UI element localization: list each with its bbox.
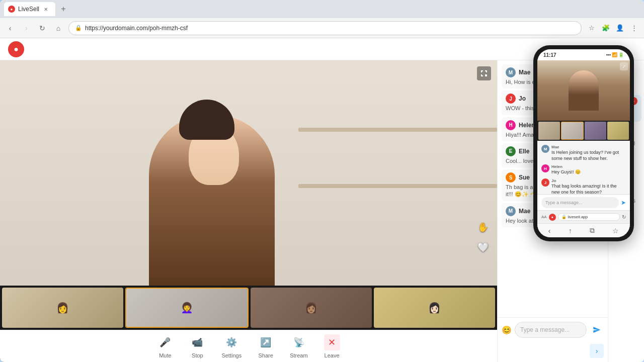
phone-avatar: H xyxy=(541,164,549,172)
phone-back-icon[interactable]: ‹ xyxy=(548,227,551,235)
phone-thumb-4[interactable] xyxy=(607,122,629,140)
main-video-area: ✋ 🤍 👩 👩‍🦱 xyxy=(0,60,497,362)
phone-avatar: M xyxy=(541,145,549,153)
message-author: Mae xyxy=(519,69,530,76)
phone-refresh-icon[interactable]: ↻ xyxy=(622,214,626,220)
avatar: E xyxy=(506,146,516,156)
stop-icon: 📹 xyxy=(189,334,205,350)
chat-input-area: 😊 Type a message... xyxy=(498,317,608,342)
controls-bar: 🎤 Mute 📹 Stop ⚙️ Settings ↗️ Share xyxy=(0,330,497,362)
bookmark-icon[interactable]: ☆ xyxy=(586,22,598,34)
thumbnails-bar: 👩 👩‍🦱 👩🏽 xyxy=(0,286,497,330)
new-tab-button[interactable]: + xyxy=(57,3,69,15)
thumbnail-2[interactable]: 👩‍🦱 xyxy=(125,288,249,328)
share-icon: ↗️ xyxy=(258,334,274,350)
phone-thumb-2[interactable] xyxy=(561,122,584,140)
wifi-icon: 📶 xyxy=(612,52,617,57)
settings-icon: ⚙️ xyxy=(223,334,239,350)
stream-label: Stream xyxy=(290,352,307,358)
browser-toolbar: ‹ › ↻ ⌂ 🔒 https://yourdomain.com/poh-mmz… xyxy=(0,18,644,38)
phone-mockup: 11:17 ▪▪▪ 📶 🔋 ⤢ M Mae xyxy=(533,45,634,241)
phone-expand-icon[interactable]: ⤢ xyxy=(620,62,628,70)
phone-thumb-3[interactable] xyxy=(585,122,606,140)
phone-time: 11:17 xyxy=(543,52,556,58)
reload-button[interactable]: ↻ xyxy=(36,22,48,34)
phone-msg-text: That bag looks amazing! Is it the new on… xyxy=(551,184,626,194)
shelf-1 xyxy=(298,128,497,132)
app-logo: ● xyxy=(8,41,24,57)
emoji-button[interactable]: 😊 xyxy=(502,325,512,335)
phone-person xyxy=(569,70,599,111)
thumbnail-1[interactable]: 👩 xyxy=(2,288,123,328)
chat-send-button[interactable] xyxy=(590,323,604,337)
phone-thumb-1[interactable] xyxy=(538,122,560,140)
phone-chat-message: J Jo That bag looks amazing! Is it the n… xyxy=(541,178,626,194)
phone-chat-message: M Mae Is Helen joining us today? I've go… xyxy=(541,145,626,161)
settings-button[interactable]: ⚙️ Settings xyxy=(221,334,242,358)
tab-favicon: ● xyxy=(8,6,15,13)
stop-button[interactable]: 📹 Stop xyxy=(189,334,205,358)
forward-button[interactable]: › xyxy=(20,22,32,34)
phone-browser-bar: AA ● 🔒 livesell.app ↻ xyxy=(537,210,630,223)
stream-button[interactable]: 📡 Stream xyxy=(290,334,307,358)
phone-nav-bar: ‹ ↑ ⧉ ☆ xyxy=(537,223,630,237)
extensions-icon[interactable]: 🧩 xyxy=(600,22,612,34)
leave-button[interactable]: ✕ Leave xyxy=(324,334,340,358)
share-label: Share xyxy=(258,352,273,358)
stream-icon: 📡 xyxy=(291,334,307,350)
phone-url-bar[interactable]: 🔒 livesell.app xyxy=(558,213,620,221)
avatar: H xyxy=(506,120,516,130)
phone-status-icons: ▪▪▪ 📶 🔋 xyxy=(606,52,624,57)
settings-label: Settings xyxy=(221,352,242,358)
phone-lock-icon: 🔒 xyxy=(561,215,567,219)
phone-msg-author: Helen xyxy=(551,164,626,169)
message-author: Sue xyxy=(519,174,530,181)
phone-input-placeholder: Type a message... xyxy=(545,200,583,205)
home-button[interactable]: ⌂ xyxy=(52,22,64,34)
heart-reaction-button[interactable]: 🤍 xyxy=(475,239,491,255)
phone-msg-content: Mae Is Helen joining us today? I've got … xyxy=(551,145,626,161)
profile-icon[interactable]: 👤 xyxy=(614,22,626,34)
phone-msg-text: Hey Guys!! 😊 xyxy=(551,169,626,175)
mute-icon: 🎤 xyxy=(157,334,173,350)
mute-button[interactable]: 🎤 Mute xyxy=(157,334,173,358)
chat-input-field[interactable]: Type a message... xyxy=(515,322,587,338)
message-author: Jo xyxy=(519,95,526,102)
avatar: M xyxy=(506,67,516,77)
phone-chat-message: H Helen Hey Guys!! 😊 xyxy=(541,164,626,175)
message-author: Mae xyxy=(519,208,530,215)
phone-chat-area: M Mae Is Helen joining us today? I've go… xyxy=(537,141,630,194)
wave-reaction-button[interactable]: ✋ xyxy=(475,219,491,235)
phone-thumbnails xyxy=(537,121,630,141)
chat-next-button[interactable]: › xyxy=(590,344,604,358)
active-tab[interactable]: ● LiveSell ✕ xyxy=(4,2,55,16)
video-feed: ✋ 🤍 xyxy=(0,60,497,286)
phone-avatar: J xyxy=(541,178,549,187)
share-button[interactable]: ↗️ Share xyxy=(258,334,274,358)
message-author: Helen xyxy=(519,122,535,129)
phone-send-button[interactable]: ➤ xyxy=(621,199,626,206)
phone-video-area: ⤢ xyxy=(537,60,630,121)
phone-chat-input[interactable]: Type a message... xyxy=(541,197,619,208)
phone-msg-author: Mae xyxy=(551,145,626,149)
mute-label: Mute xyxy=(159,352,171,358)
leave-icon: ✕ xyxy=(324,334,340,350)
phone-msg-author: Jo xyxy=(551,178,626,183)
phone-share-icon[interactable]: ↑ xyxy=(569,227,572,235)
url-text: https://yourdomain.com/poh-mmzh-csf xyxy=(85,25,188,32)
phone-input-area: Type a message... ➤ xyxy=(537,194,630,210)
fullscreen-button[interactable] xyxy=(477,66,491,80)
thumbnail-3[interactable]: 👩🏽 xyxy=(251,288,372,328)
phone-bookmark-icon[interactable]: ☆ xyxy=(612,227,619,235)
tab-close-button[interactable]: ✕ xyxy=(42,6,49,13)
phone-status-bar: 11:17 ▪▪▪ 📶 🔋 xyxy=(537,49,630,60)
phone-screen: 11:17 ▪▪▪ 📶 🔋 ⤢ M Mae xyxy=(537,49,630,237)
address-bar[interactable]: 🔒 https://yourdomain.com/poh-mmzh-csf xyxy=(68,21,582,35)
tab-bar: ● LiveSell ✕ + xyxy=(4,2,69,16)
back-button[interactable]: ‹ xyxy=(4,22,16,34)
phone-tabs-icon[interactable]: ⧉ xyxy=(590,226,595,235)
avatar: M xyxy=(506,206,516,216)
tab-title: LiveSell xyxy=(18,6,39,13)
thumbnail-4[interactable]: 👩🏻 xyxy=(374,288,495,328)
menu-icon[interactable]: ⋮ xyxy=(628,22,640,34)
